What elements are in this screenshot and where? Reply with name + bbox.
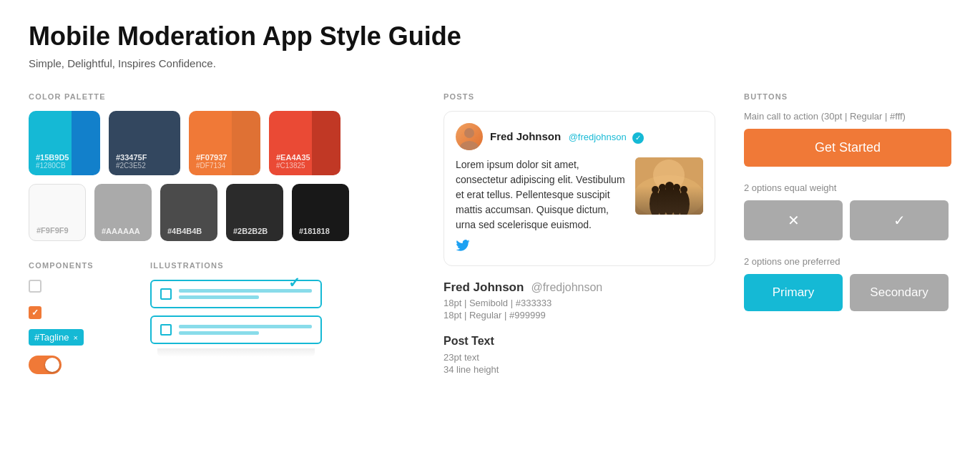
tag-chip[interactable]: #Tagline ×: [29, 329, 84, 346]
get-started-button[interactable]: Get Started: [744, 129, 951, 167]
swatch-orange-secondary: #DF7134: [196, 162, 253, 170]
components-illustrations-row: COMPONENTS #Tagline ×: [29, 261, 415, 387]
illus-item-2: [150, 315, 322, 344]
post-twitter-icon: [456, 240, 703, 254]
post-card: Fred Johnson @fredjohnson ✓ Lorem ipsum …: [444, 111, 715, 266]
post-user-handle: @fredjohnson: [569, 132, 627, 142]
twitter-bird-icon: [456, 240, 470, 251]
swatch-darkgray: #4B4B4B: [160, 184, 217, 241]
swatch-teal: #15B9D5 #1280CB: [29, 111, 100, 175]
swatch-nearblack-label: #2B2B2B: [233, 227, 276, 235]
buttons-label: BUTTONS: [744, 92, 951, 101]
post-meta-section: Fred Johnson @fredjohnson 18pt | Semibol…: [444, 280, 715, 320]
illustration-container: ✓: [150, 280, 322, 357]
avatar: [456, 123, 483, 150]
posts-column: POSTS Fred Johnson @fredjohnson ✓: [415, 92, 715, 387]
equal-weight-pair: ✕ ✓: [744, 200, 951, 240]
post-image: [635, 157, 703, 215]
secondary-button[interactable]: Secondary: [850, 274, 949, 311]
preferred-label: 2 options one preferred: [744, 256, 951, 267]
primary-button[interactable]: Primary: [744, 274, 843, 311]
swatch-white: #F9F9F9: [29, 184, 86, 241]
illus-checkbox-1: [160, 288, 172, 300]
swatch-black: #181818: [292, 184, 349, 241]
post-text-content: Lorem ipsum dolor sit amet, consectetur …: [456, 157, 627, 232]
swatch-white-label: #F9F9F9: [36, 226, 78, 235]
post-text-spec-2: 34 line height: [444, 364, 715, 375]
confirm-button[interactable]: ✓: [850, 200, 949, 240]
main-cta-spec-label: Main call to action (30pt | Regular | #f…: [744, 111, 951, 122]
swatch-teal-secondary: #1280CB: [36, 162, 93, 170]
buttons-column: BUTTONS Main call to action (30pt | Regu…: [715, 92, 951, 387]
post-header: Fred Johnson @fredjohnson ✓: [456, 123, 703, 150]
equal-weight-label: 2 options equal weight: [744, 182, 951, 193]
components-label: COMPONENTS: [29, 261, 129, 270]
toggle-switch[interactable]: [29, 356, 62, 374]
confirm-icon: ✓: [893, 212, 906, 229]
illus-line-short-2: [179, 331, 259, 335]
tag-label: #Tagline: [34, 332, 69, 343]
illus-lines-2: [179, 325, 312, 335]
post-body: Lorem ipsum dolor sit amet, consectetur …: [456, 157, 703, 232]
swatch-darkblue-secondary: #2C3E52: [116, 162, 173, 170]
checkbox-checked[interactable]: [29, 306, 41, 319]
post-text-section: Post Text 23pt text 34 line height: [444, 335, 715, 375]
illus-scroll-shadow: [157, 348, 315, 357]
color-palette-label: COLOR PALETTE: [29, 92, 415, 101]
svg-point-1: [460, 141, 479, 150]
post-user-info: Fred Johnson @fredjohnson ✓: [490, 130, 644, 144]
tag-close-icon[interactable]: ×: [73, 333, 77, 342]
swatch-teal-primary: #15B9D5: [36, 153, 93, 162]
checkbox-checked-item: [29, 305, 129, 319]
post-image-overlay: [635, 186, 703, 215]
swatch-darkblue: #33475F #2C3E52: [109, 111, 180, 175]
post-text-title: Post Text: [444, 335, 715, 348]
page-title: Mobile Moderation App Style Guide: [29, 21, 951, 52]
swatch-orange: #F07937 #DF7134: [189, 111, 260, 175]
tag-chip-item: #Tagline ×: [29, 329, 129, 346]
swatch-orange-primary: #F07937: [196, 153, 253, 162]
color-row-1: #15B9D5 #1280CB #33475F #2C3E52 #F07937 …: [29, 111, 415, 175]
illus-lines-1: [179, 289, 312, 299]
swatch-darkblue-primary: #33475F: [116, 153, 173, 162]
cancel-button[interactable]: ✕: [744, 200, 843, 240]
components-section: COMPONENTS #Tagline ×: [29, 261, 129, 387]
checkbox-unchecked-item: [29, 280, 129, 295]
illus-line: [179, 289, 312, 293]
posts-label: POSTS: [444, 92, 715, 101]
swatch-red-secondary: #C13825: [276, 162, 333, 170]
checkbox-unchecked[interactable]: [29, 280, 41, 293]
swatch-gray: #AAAAAA: [94, 184, 152, 241]
svg-point-0: [464, 128, 474, 138]
preferred-pair: Primary Secondary: [744, 274, 951, 311]
meta-handle: @fredjohnson: [531, 281, 602, 294]
swatch-darkgray-label: #4B4B4B: [167, 227, 210, 235]
illustrations-section: ILLUSTRATIONS ✓: [150, 261, 415, 387]
left-column: COLOR PALETTE #15B9D5 #1280CB #33475F #2…: [29, 92, 415, 387]
toggle-item: [29, 356, 129, 377]
illus-line-short: [179, 295, 259, 299]
verified-icon: ✓: [632, 132, 644, 144]
swatch-gray-label: #AAAAAA: [102, 227, 144, 235]
swatch-red-primary: #EA4A35: [276, 153, 333, 162]
color-palette-section: COLOR PALETTE #15B9D5 #1280CB #33475F #2…: [29, 92, 415, 241]
meta-real-name: Fred Johnson: [444, 280, 524, 295]
swatch-black-label: #181818: [299, 227, 342, 235]
illustrations-label: ILLUSTRATIONS: [150, 261, 415, 270]
illus-checkbox-2: [160, 324, 172, 336]
meta-spec-2: 18pt | Regular | #999999: [444, 310, 715, 320]
meta-spec-1: 18pt | Semibold | #333333: [444, 298, 715, 308]
swatch-red: #EA4A35 #C13825: [269, 111, 340, 175]
illus-line-2: [179, 325, 312, 328]
page-subtitle: Simple, Delightful, Inspires Confidence.: [29, 57, 951, 69]
post-user-name: Fred Johnson: [490, 130, 561, 142]
meta-name-row: Fred Johnson @fredjohnson: [444, 280, 715, 295]
color-row-2: #F9F9F9 #AAAAAA #4B4B4B #2B2B2B #181818: [29, 184, 415, 241]
avatar-icon: [456, 123, 483, 150]
post-text-spec-1: 23pt text: [444, 352, 715, 363]
cancel-icon: ✕: [788, 212, 800, 229]
swatch-nearblack: #2B2B2B: [226, 184, 283, 241]
